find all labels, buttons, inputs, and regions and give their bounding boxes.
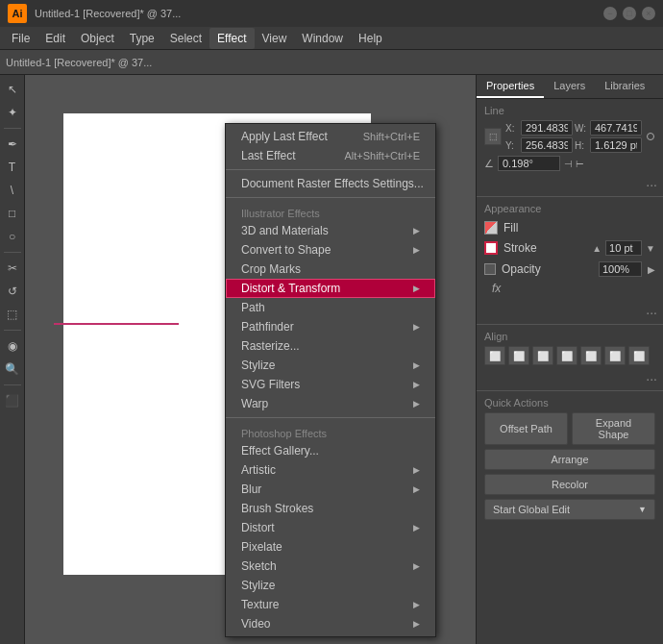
line-tool[interactable]: \ [2, 180, 23, 201]
y-input[interactable] [521, 137, 573, 153]
align-center-h-button[interactable]: ⬜ [508, 346, 529, 365]
stroke-value[interactable] [605, 240, 642, 256]
transform-more[interactable]: ··· [477, 175, 663, 194]
menu-effect[interactable]: Effect [209, 28, 254, 49]
zoom-tool[interactable]: 🔍 [2, 359, 23, 380]
align-right-button[interactable]: ⬜ [532, 346, 553, 365]
tab-properties[interactable]: Properties [477, 75, 544, 98]
offset-path-button[interactable]: Offset Path [484, 412, 568, 445]
last-effect-item[interactable]: Last Effect Alt+Shift+Ctrl+E [226, 146, 435, 165]
magic-wand-tool[interactable]: ✦ [2, 102, 23, 123]
title-bar: Ai Untitled-1 [Recovered]* @ 37... − □ × [0, 0, 663, 27]
opacity-arrow[interactable]: ▶ [648, 264, 655, 275]
align-center-v-button[interactable]: ⬜ [580, 346, 602, 365]
eyedropper-tool[interactable]: ◉ [2, 335, 23, 357]
menu-type[interactable]: Type [122, 28, 162, 49]
document-tab[interactable]: Untitled-1 [Recovered]* @ 37... [6, 57, 152, 68]
effect-gallery-item[interactable]: Effect Gallery... [226, 441, 435, 460]
texture-item[interactable]: Texture [226, 595, 435, 614]
tab-layers[interactable]: Layers [544, 75, 595, 98]
pathfinder-item[interactable]: Pathfinder [226, 317, 435, 336]
opacity-checkbox[interactable] [484, 263, 496, 275]
stylize-ps-item[interactable]: Stylize [226, 576, 435, 595]
brush-strokes-item[interactable]: Brush Strokes [226, 499, 435, 518]
pen-tool[interactable]: ✒ [2, 134, 23, 155]
doc-raster-item[interactable]: Document Raster Effects Settings... [226, 174, 435, 193]
menu-sep-1 [226, 169, 435, 170]
w-input[interactable] [590, 120, 642, 136]
qa-offset-expand-row: Offset Path Expand Shape [484, 412, 655, 445]
opacity-value[interactable] [599, 261, 642, 277]
transform-align-icon[interactable]: ⬚ [484, 128, 502, 145]
align-bottom-button[interactable]: ⬜ [604, 346, 626, 365]
align-section: Align ⬜ ⬜ ⬜ ⬜ ⬜ ⬜ ⬜ [477, 327, 663, 369]
right-panel: Properties Layers Libraries Line ⬚ X: W: [476, 75, 663, 644]
menu-view[interactable]: View [255, 28, 295, 49]
menu-select[interactable]: Select [162, 28, 209, 49]
menu-sep-2 [226, 197, 435, 198]
convert-to-shape-item[interactable]: Convert to Shape [226, 240, 435, 260]
svg-filters-item[interactable]: SVG Filters [226, 375, 435, 394]
align-row: ⬜ ⬜ ⬜ ⬜ ⬜ ⬜ ⬜ [484, 346, 655, 365]
stroke-controls: ▲ ▼ [592, 240, 655, 256]
maximize-button[interactable]: □ [623, 7, 636, 20]
start-global-edit-button[interactable]: Start Global Edit ▼ [484, 499, 655, 520]
x-input[interactable] [521, 120, 573, 136]
angle-input[interactable] [498, 156, 560, 171]
align-more[interactable]: ··· [477, 369, 663, 388]
sketch-item[interactable]: Sketch [226, 557, 435, 576]
apply-last-effect-item[interactable]: Apply Last Effect Shift+Ctrl+E [226, 127, 435, 146]
divider-1 [477, 196, 663, 197]
distort-item[interactable]: Distort [226, 518, 435, 537]
menu-window[interactable]: Window [294, 28, 351, 49]
fill-row: Fill [484, 218, 655, 237]
canvas-area[interactable]: Apply Last Effect Shift+Ctrl+E Last Effe… [25, 75, 476, 644]
arrange-button[interactable]: Arrange [484, 449, 655, 470]
video-item[interactable]: Video [226, 614, 435, 633]
rect-tool[interactable]: □ [2, 203, 23, 224]
link-icon[interactable] [647, 133, 654, 140]
fill-label: Fill [503, 221, 518, 235]
3d-materials-item[interactable]: 3D and Materials [226, 221, 435, 240]
menu-object[interactable]: Object [73, 28, 122, 49]
close-button[interactable]: × [642, 7, 655, 20]
scissors-tool[interactable]: ✂ [2, 258, 23, 279]
panel-tabs: Properties Layers Libraries [477, 75, 663, 99]
align-top-button[interactable]: ⬜ [556, 346, 577, 365]
selection-tool[interactable]: ↖ [2, 79, 23, 100]
distort-transform-item[interactable]: Distort & Transform [226, 279, 435, 298]
menu-file[interactable]: File [4, 28, 37, 49]
align-distribute-button[interactable]: ⬜ [628, 346, 650, 365]
h-input[interactable] [590, 137, 642, 153]
stroke-up-arrow[interactable]: ▲ [592, 243, 602, 254]
type-tool[interactable]: T [2, 157, 23, 178]
angle-label: ∠ [484, 158, 494, 170]
stroke-row: Stroke ▲ ▼ [484, 237, 655, 259]
align-left-button[interactable]: ⬜ [484, 346, 505, 365]
stroke-dropdown[interactable]: ▼ [646, 243, 655, 254]
recolor-button[interactable]: Recolor [484, 474, 655, 495]
rasterize-item[interactable]: Rasterize... [226, 336, 435, 356]
fill-icon[interactable] [484, 221, 498, 235]
stylize-item[interactable]: Stylize [226, 356, 435, 375]
blur-item[interactable]: Blur [226, 480, 435, 499]
menu-sep-3 [226, 417, 435, 418]
artistic-item[interactable]: Artistic [226, 460, 435, 480]
tab-libraries[interactable]: Libraries [595, 75, 654, 98]
dropdown-arrow-icon: ▼ [638, 505, 647, 514]
ellipse-tool[interactable]: ○ [2, 226, 23, 247]
menu-edit[interactable]: Edit [37, 28, 73, 49]
expand-shape-button[interactable]: Expand Shape [572, 412, 655, 445]
stroke-icon[interactable] [484, 241, 498, 255]
crop-marks-item[interactable]: Crop Marks [226, 260, 435, 279]
rotate-tool[interactable]: ↺ [2, 281, 23, 302]
path-item[interactable]: Path [226, 298, 435, 317]
fill-stroke-tool[interactable]: ⬛ [2, 390, 23, 411]
h-label: H: [575, 140, 588, 151]
appearance-more[interactable]: ··· [477, 303, 663, 322]
minimize-button[interactable]: − [603, 7, 617, 20]
reflect-tool[interactable]: ⬚ [2, 304, 23, 325]
menu-help[interactable]: Help [351, 28, 390, 49]
pixelate-item[interactable]: Pixelate [226, 537, 435, 557]
warp-item[interactable]: Warp [226, 394, 435, 413]
